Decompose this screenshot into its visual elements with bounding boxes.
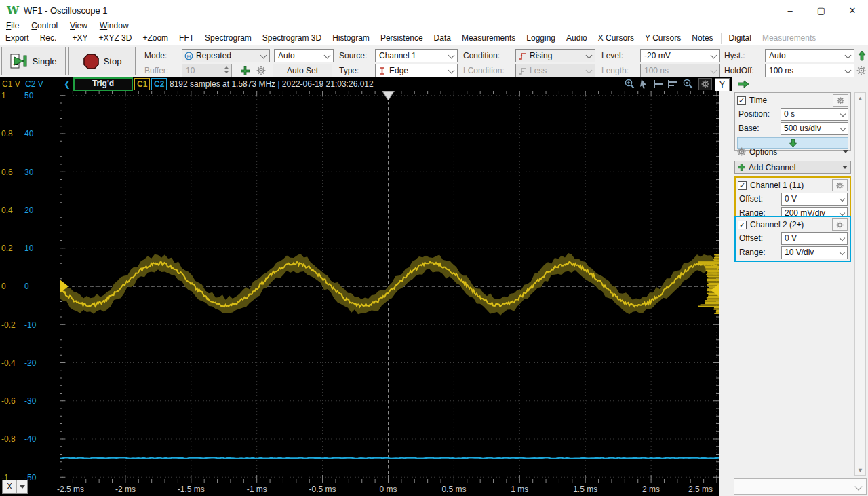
view-toolbar-item[interactable]: Export	[0, 33, 35, 45]
view-toolbar-item[interactable]: Measurements	[757, 33, 821, 45]
channel1-settings-button[interactable]	[832, 179, 848, 191]
length-value: 100 ns	[644, 66, 669, 75]
view-toolbar-item[interactable]: Histogram	[327, 33, 375, 45]
options-label: Options	[749, 147, 777, 157]
channel1-offset-select[interactable]: 0 V	[781, 193, 848, 206]
view-toolbar-item[interactable]: X Cursors	[593, 33, 639, 45]
view-toolbar-item[interactable]: Logging	[521, 33, 561, 45]
gear-icon	[836, 182, 844, 189]
auto-set-button[interactable]: Auto Set	[273, 64, 332, 77]
waveform-canvas[interactable]	[60, 91, 719, 483]
stop-button[interactable]: Stop	[68, 47, 136, 75]
y-axis-panel-button[interactable]: Y	[715, 78, 730, 92]
channel2-settings-button[interactable]	[832, 218, 848, 231]
options-row[interactable]: Options	[734, 145, 851, 158]
y-axis-tick-label: 0.8	[1, 130, 13, 138]
mode-value: Repeated	[196, 51, 231, 60]
panel-scrollbar[interactable]: ▲ ▼	[854, 92, 866, 476]
type-select[interactable]: Edge	[375, 64, 458, 77]
menu-item[interactable]: View	[64, 20, 94, 33]
scope-plot-area: 10.80.60.40.20-0.2-0.4-0.6-0.8-1 5040302…	[0, 91, 719, 483]
view-toolbar-item[interactable]: +XY	[66, 33, 93, 45]
y-axis-tick-label: -0.4	[1, 359, 16, 367]
view-toolbar-item[interactable]: Audio	[561, 33, 593, 45]
time-settings-button[interactable]	[833, 94, 848, 107]
level-select[interactable]: -20 mV	[640, 49, 720, 62]
channel2-offset-select[interactable]: 0 V	[781, 232, 848, 245]
green-up-arrow-icon	[858, 51, 866, 61]
level-value: -20 mV	[644, 51, 671, 60]
x-axis-selector-dropdown[interactable]	[16, 480, 27, 493]
x-cursor-icon	[653, 79, 665, 90]
view-toolbar-item[interactable]: Digital	[724, 33, 757, 45]
base-value: 500 us/div	[784, 123, 821, 133]
channel2-range-label: Range:	[738, 248, 781, 257]
minimize-button[interactable]: –	[774, 0, 806, 20]
length-select[interactable]: 100 ns	[640, 64, 720, 77]
y-axis-tick-label: 0.6	[1, 168, 13, 176]
channel2-group: Channel 2 (2±) Offset: 0 V Range: 10 V/d…	[734, 216, 851, 262]
condition-select[interactable]: Rising	[515, 49, 595, 62]
spinner-arrows-icon[interactable]	[224, 66, 229, 73]
buffer-settings-button[interactable]	[254, 64, 268, 77]
trigger-mode-select[interactable]: Auto	[274, 49, 334, 62]
channel2-range-value: 10 V/div	[785, 248, 814, 257]
view-toolbar-item[interactable]: Rec.	[35, 33, 62, 45]
mode-select[interactable]: H Repeated	[182, 49, 270, 62]
view-toolbar-item[interactable]: +Zoom	[137, 33, 174, 45]
trigger-settings-button[interactable]	[854, 64, 868, 77]
channel2-label: Channel 2 (2±)	[750, 220, 804, 229]
x-axis-tick-label: 2 ms	[642, 484, 660, 494]
scrollbar-down-icon[interactable]: ▼	[855, 465, 865, 475]
lcondition-select[interactable]: Less	[515, 64, 595, 77]
view-toolbar-item[interactable]: FFT	[174, 33, 199, 45]
source-select[interactable]: Channel 1	[375, 49, 458, 62]
view-toolbar-item[interactable]: Y Cursors	[639, 33, 686, 45]
scroll-up-button[interactable]	[855, 49, 868, 62]
y-axis-tick-label: 20	[24, 206, 33, 214]
channel2-checkbox[interactable]	[738, 221, 747, 229]
maximize-button[interactable]: ▢	[806, 0, 837, 20]
position-select[interactable]: 0 s	[781, 108, 848, 121]
close-button[interactable]: ✕	[837, 0, 868, 20]
view-toolbar-item[interactable]: Spectrogram 3D	[257, 33, 327, 45]
waveforms-logo-icon: W	[7, 4, 19, 17]
single-button[interactable]: 1 Single	[1, 47, 66, 75]
holdoff-select[interactable]: 100 ns	[765, 64, 854, 77]
add-channel-button[interactable]: Add Channel	[734, 161, 851, 174]
toolbar-separator	[64, 33, 64, 44]
status-bar: C1 V C2 V ❮ Trig'd C1 C2 8192 samples at…	[0, 77, 732, 91]
time-checkbox[interactable]	[737, 96, 746, 105]
channel1-offset-label: Offset:	[738, 194, 781, 204]
channel2-badge[interactable]: C2	[151, 78, 167, 90]
type-value: Edge	[389, 66, 408, 75]
view-toolbar-item[interactable]: Persistence	[375, 33, 429, 45]
view-toolbar-item[interactable]: Notes	[686, 33, 718, 45]
buffer-spinner[interactable]: 10	[182, 64, 232, 77]
c2-axis-label[interactable]: C2 V	[25, 77, 43, 91]
trigger-mode-value: Auto	[278, 51, 295, 60]
menu-item[interactable]: Control	[25, 20, 64, 33]
channel1-badge[interactable]: C1	[134, 78, 150, 90]
edge-icon	[378, 66, 387, 75]
channel2-range-select[interactable]: 10 V/div	[781, 246, 848, 259]
scrollbar-up-icon[interactable]: ▲	[855, 93, 865, 103]
c1-axis-label[interactable]: C1 V	[2, 77, 20, 91]
menu-item[interactable]: Window	[94, 20, 135, 33]
view-toolbar-item[interactable]: +XYZ 3D	[93, 33, 137, 45]
view-toolbar-item[interactable]: Data	[429, 33, 456, 45]
x-axis-selector[interactable]: X	[2, 480, 28, 494]
plot-settings-button[interactable]	[698, 78, 712, 90]
menu-item[interactable]: File	[0, 20, 25, 33]
green-right-arrow-icon[interactable]	[738, 80, 749, 88]
hysteresis-value: Auto	[769, 51, 786, 60]
view-toolbar-item[interactable]: Measurements	[456, 33, 521, 45]
hysteresis-select[interactable]: Auto	[765, 49, 854, 62]
collapse-left-chevron[interactable]: ❮	[64, 77, 71, 91]
base-select[interactable]: 500 us/div	[781, 122, 848, 135]
channel1-checkbox[interactable]	[738, 181, 747, 190]
view-toolbar-item[interactable]: Spectrogram	[199, 33, 257, 45]
svg-text:H: H	[187, 54, 191, 60]
panel-bottom-dropdown[interactable]	[734, 478, 867, 495]
add-buffer-button[interactable]	[238, 64, 252, 77]
